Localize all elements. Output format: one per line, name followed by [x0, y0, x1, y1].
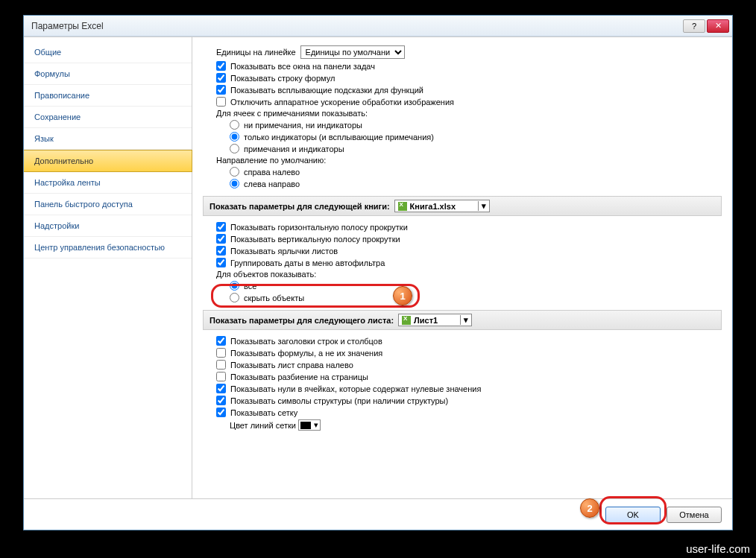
sidebar-item-ribbon[interactable]: Настройка ленты: [24, 172, 192, 194]
window-title: Параметры Excel: [31, 21, 681, 31]
comments-none-label: ни примечания, ни индикаторы: [244, 121, 362, 130]
sidebar-item-addins[interactable]: Надстройки: [24, 215, 192, 237]
direction-rtl-label: справа налево: [244, 168, 300, 177]
show-gridlines-checkbox[interactable]: [216, 408, 226, 417]
show-formula-bar-label: Показывать строку формул: [230, 74, 335, 83]
show-headers-label: Показывать заголовки строк и столбцов: [230, 337, 382, 346]
annotation-bubble-1: 1: [393, 286, 412, 305]
show-tooltips-checkbox[interactable]: [216, 85, 226, 95]
show-rtl-checkbox[interactable]: [216, 360, 226, 370]
group-dates-checkbox[interactable]: [216, 258, 226, 267]
show-page-breaks-label: Показывать разбиение на страницы: [230, 372, 368, 381]
sidebar-item-formulas[interactable]: Формулы: [24, 63, 192, 85]
ok-button[interactable]: OK: [605, 507, 661, 523]
show-hscroll-checkbox[interactable]: [216, 222, 226, 232]
show-vscroll-label: Показывать вертикальную полосу прокрутки: [230, 235, 400, 244]
sidebar-item-advanced[interactable]: Дополнительно: [24, 150, 192, 172]
excel-file-icon: [398, 202, 407, 211]
show-formulas-checkbox[interactable]: [216, 348, 226, 358]
disable-hw-checkbox[interactable]: [216, 97, 226, 107]
sidebar-item-general[interactable]: Общие: [24, 42, 192, 63]
comments-header: Для ячеек с примечаниями показывать:: [216, 109, 368, 118]
show-tooltips-label: Показывать всплывающие подсказки для фун…: [230, 86, 423, 95]
show-outline-label: Показывать символы структуры (при наличи…: [230, 396, 448, 405]
chevron-down-icon: ▾: [314, 420, 318, 430]
workbook-combo[interactable]: Книга1.xlsx▾: [394, 200, 490, 212]
direction-ltr-radio[interactable]: [230, 179, 239, 188]
gridline-color-picker[interactable]: ▾: [298, 419, 321, 431]
show-all-windows-label: Показывать все окна на панели задач: [230, 62, 375, 71]
dialog-footer: OK Отмена: [24, 498, 732, 530]
comments-both-label: примечания и индикаторы: [244, 145, 344, 153]
show-zeros-label: Показывать нули в ячейках, которые содер…: [230, 384, 481, 393]
show-rtl-label: Показывать лист справа налево: [230, 361, 353, 370]
sheet-combo-value: Лист1: [414, 316, 438, 325]
sheet-combo[interactable]: Лист1▾: [398, 314, 472, 326]
cancel-button[interactable]: Отмена: [667, 507, 722, 523]
sidebar-item-trust[interactable]: Центр управления безопасностью: [24, 237, 192, 259]
sheet-section-header: Показать параметры для следующего листа:…: [203, 310, 722, 330]
workbook-section-header: Показать параметры для следующей книги: …: [203, 196, 722, 216]
show-page-breaks-checkbox[interactable]: [216, 372, 226, 381]
comments-indicators-label: только индикаторы (и всплывающие примеча…: [244, 133, 434, 142]
chevron-down-icon: ▾: [478, 201, 486, 211]
show-vscroll-checkbox[interactable]: [216, 234, 226, 244]
chevron-down-icon: ▾: [460, 315, 468, 325]
show-all-windows-checkbox[interactable]: [216, 61, 226, 71]
close-button[interactable]: ✕: [707, 19, 729, 33]
direction-ltr-label: слева направо: [244, 180, 300, 188]
sidebar-item-qat[interactable]: Панель быстрого доступа: [24, 194, 192, 215]
ruler-units-label: Единицы на линейке: [216, 48, 296, 57]
objects-all-radio[interactable]: [230, 281, 239, 291]
annotation-bubble-2: 2: [580, 498, 599, 518]
sheet-icon: [402, 316, 411, 325]
comments-indicators-radio[interactable]: [230, 132, 239, 142]
objects-hide-radio[interactable]: [230, 293, 239, 302]
group-dates-label: Группировать даты в меню автофильтра: [230, 259, 385, 267]
titlebar: Параметры Excel ? ✕: [24, 16, 732, 37]
show-sheet-tabs-checkbox[interactable]: [216, 246, 226, 256]
watermark: user-life.com: [686, 542, 750, 555]
comments-none-radio[interactable]: [230, 120, 239, 130]
objects-header: Для объектов показывать:: [216, 270, 316, 279]
excel-options-window: Параметры Excel ? ✕ Общие Формулы Правоп…: [23, 15, 733, 530]
show-formulas-label: Показывать формулы, а не их значения: [230, 349, 382, 358]
show-gridlines-label: Показывать сетку: [230, 408, 297, 417]
sidebar-item-proofing[interactable]: Правописание: [24, 85, 192, 107]
dialog-body: Общие Формулы Правописание Сохранение Яз…: [24, 37, 732, 498]
show-formula-bar-checkbox[interactable]: [216, 73, 226, 83]
sidebar-item-save[interactable]: Сохранение: [24, 107, 192, 128]
direction-rtl-radio[interactable]: [230, 167, 239, 177]
gridline-color-label: Цвет линий сетки: [230, 421, 296, 430]
disable-hw-label: Отключить аппаратное ускорение обработки…: [230, 98, 454, 107]
color-swatch-icon: [300, 422, 311, 429]
direction-header: Направление по умолчанию:: [216, 156, 326, 165]
help-button[interactable]: ?: [683, 19, 705, 33]
show-sheet-tabs-label: Показывать ярлычки листов: [230, 247, 338, 256]
settings-content[interactable]: Единицы на линейке Единицы по умолчанию …: [192, 37, 732, 498]
sheet-section-label: Показать параметры для следующего листа:: [210, 316, 394, 325]
comments-both-radio[interactable]: [230, 144, 239, 153]
ruler-units-select[interactable]: Единицы по умолчанию: [300, 45, 405, 59]
workbook-combo-value: Книга1.xlsx: [410, 202, 456, 211]
objects-hide-label: скрыть объекты: [244, 294, 304, 302]
workbook-section-label: Показать параметры для следующей книги:: [210, 202, 390, 211]
show-outline-checkbox[interactable]: [216, 396, 226, 405]
category-sidebar: Общие Формулы Правописание Сохранение Яз…: [24, 37, 192, 498]
objects-all-label: все: [244, 282, 256, 291]
show-zeros-checkbox[interactable]: [216, 384, 226, 393]
show-headers-checkbox[interactable]: [216, 336, 226, 346]
show-hscroll-label: Показывать горизонтальную полосу прокрут…: [230, 223, 408, 232]
sidebar-item-language[interactable]: Язык: [24, 128, 192, 150]
